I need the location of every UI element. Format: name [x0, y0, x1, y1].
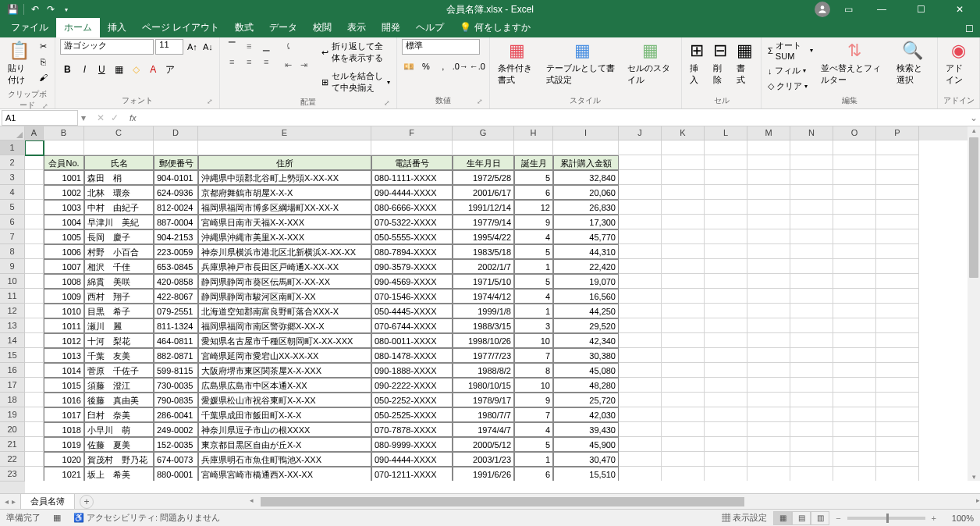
cell[interactable]	[747, 333, 790, 348]
cell[interactable]	[876, 348, 919, 363]
cell[interactable]	[154, 140, 198, 155]
autosum-button[interactable]: Σオート SUM▾	[766, 39, 815, 62]
cell[interactable]: 宮崎県日南市天福X-X-XXX	[198, 215, 371, 229]
align-left-icon[interactable]: ≡	[225, 55, 239, 69]
row-header[interactable]: 14	[0, 333, 25, 348]
select-all-button[interactable]	[0, 126, 25, 140]
cell[interactable]: 420-0858	[154, 274, 198, 289]
cell[interactable]	[662, 170, 705, 185]
cell[interactable]: 5	[514, 244, 553, 259]
row-header[interactable]: 13	[0, 318, 25, 333]
cell[interactable]: 070-6744-XXXX	[371, 318, 453, 333]
cell[interactable]	[876, 170, 919, 185]
cell[interactable]	[790, 274, 833, 289]
column-header[interactable]: G	[453, 126, 514, 140]
cell[interactable]: 45,080	[553, 363, 619, 378]
cell[interactable]: 070-5322-XXXX	[371, 215, 453, 229]
increase-decimal-icon[interactable]: .0→	[453, 59, 467, 73]
cell[interactable]	[25, 200, 44, 215]
tab-developer[interactable]: 開発	[374, 18, 408, 37]
cell[interactable]	[747, 422, 790, 437]
cell[interactable]: 1004	[44, 215, 84, 229]
cell[interactable]	[790, 407, 833, 422]
cell[interactable]: 氏名	[84, 155, 154, 170]
cell[interactable]: 090-4444-XXXX	[371, 452, 453, 467]
column-header[interactable]: P	[876, 126, 919, 140]
cell[interactable]	[662, 185, 705, 200]
column-header[interactable]: N	[790, 126, 833, 140]
cell[interactable]: 1002	[44, 185, 84, 200]
cell[interactable]: 223-0059	[154, 244, 198, 259]
cell[interactable]	[790, 304, 833, 318]
cell[interactable]: 45,770	[553, 229, 619, 244]
cell[interactable]: 422-8067	[154, 289, 198, 304]
cell[interactable]: 6	[514, 185, 553, 200]
cell[interactable]	[876, 318, 919, 333]
cell[interactable]: 1016	[44, 393, 84, 407]
cell[interactable]	[25, 407, 44, 422]
cell[interactable]: 45,900	[553, 437, 619, 452]
cell[interactable]: 1	[514, 304, 553, 318]
cell[interactable]	[662, 289, 705, 304]
cell[interactable]: 080-7894-XXXX	[371, 244, 453, 259]
cell[interactable]: 19,070	[553, 274, 619, 289]
cell[interactable]	[25, 393, 44, 407]
cell[interactable]: 静岡県静岡市駿河区南町X-XX	[198, 289, 371, 304]
cell[interactable]: 西村 翔子	[84, 289, 154, 304]
cell[interactable]: 30,380	[553, 348, 619, 363]
cell[interactable]: 菅原 千佐子	[84, 363, 154, 378]
cell[interactable]	[619, 378, 662, 393]
cell[interactable]	[619, 185, 662, 200]
maximize-button[interactable]: ☐	[905, 0, 936, 19]
redo-icon[interactable]: ↷	[44, 3, 57, 16]
cell[interactable]: 1991/12/14	[453, 200, 514, 215]
phonetic-icon[interactable]: ア	[163, 62, 177, 76]
row-header[interactable]: 16	[0, 363, 25, 378]
cell[interactable]: 48,280	[553, 378, 619, 393]
cell[interactable]	[25, 229, 44, 244]
tab-help[interactable]: ヘルプ	[408, 18, 452, 37]
add-sheet-button[interactable]: +	[80, 495, 94, 509]
row-header[interactable]: 19	[0, 407, 25, 422]
row-header[interactable]: 9	[0, 259, 25, 274]
cell[interactable]	[44, 140, 84, 155]
cell[interactable]: 愛知県名古屋市千種区朝岡町X-XX-XXX	[198, 333, 371, 348]
cell[interactable]: 44,310	[553, 244, 619, 259]
cell[interactable]	[747, 259, 790, 274]
cell[interactable]: 1974/4/12	[453, 289, 514, 304]
cell[interactable]	[198, 140, 371, 155]
cell[interactable]: 1007	[44, 259, 84, 274]
cell[interactable]	[619, 318, 662, 333]
cell[interactable]	[876, 452, 919, 467]
cell[interactable]: 会員No.	[44, 155, 84, 170]
cell[interactable]: 070-7878-XXXX	[371, 422, 453, 437]
orientation-icon[interactable]: ⤹	[281, 39, 295, 53]
cell[interactable]: 1014	[44, 363, 84, 378]
cell[interactable]	[833, 393, 876, 407]
cell[interactable]	[25, 422, 44, 437]
row-header[interactable]: 4	[0, 185, 25, 200]
cell[interactable]	[833, 274, 876, 289]
cell[interactable]: 大阪府堺市東区関茶屋X-X-XXX	[198, 363, 371, 378]
cell[interactable]	[25, 155, 44, 170]
row-header[interactable]: 7	[0, 229, 25, 244]
cell[interactable]: 090-2222-XXXX	[371, 378, 453, 393]
cell[interactable]: 8	[514, 363, 553, 378]
cell[interactable]	[705, 467, 747, 481]
cell[interactable]	[25, 244, 44, 259]
cell[interactable]: 249-0002	[154, 422, 198, 437]
cell[interactable]	[705, 155, 747, 170]
align-center-icon[interactable]: ≡	[242, 55, 256, 69]
cell[interactable]	[747, 407, 790, 422]
cell[interactable]: 1010	[44, 304, 84, 318]
cell[interactable]: 32,840	[553, 170, 619, 185]
cell[interactable]: 1978/9/17	[453, 393, 514, 407]
cell[interactable]	[747, 274, 790, 289]
cell[interactable]: 1995/4/22	[453, 229, 514, 244]
currency-icon[interactable]: 💴	[402, 59, 416, 73]
cell[interactable]	[705, 170, 747, 185]
copy-icon[interactable]: ⎘	[36, 55, 50, 69]
cell[interactable]	[553, 140, 619, 155]
column-header[interactable]: L	[705, 126, 747, 140]
cell[interactable]: 10	[514, 333, 553, 348]
